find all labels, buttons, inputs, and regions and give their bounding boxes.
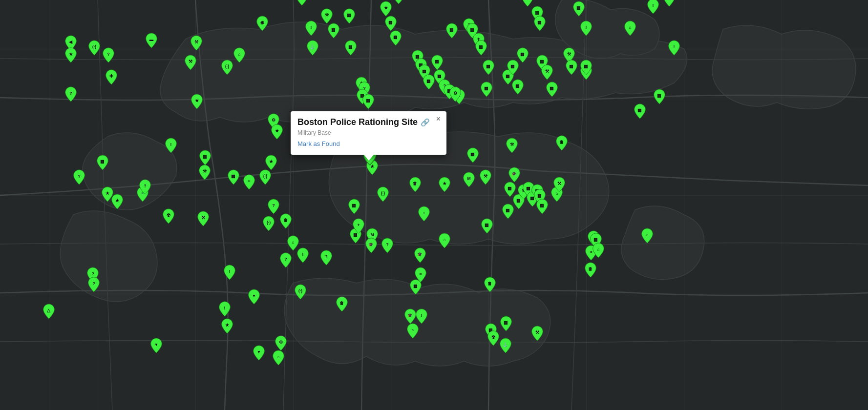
map-marker[interactable]: ⌂ bbox=[417, 205, 431, 222]
map-marker[interactable]: ? bbox=[102, 47, 115, 63]
map-marker[interactable]: ! bbox=[296, 247, 310, 264]
map-marker[interactable]: ▼ bbox=[252, 345, 266, 361]
map-marker[interactable]: ▦ bbox=[327, 22, 340, 39]
map-marker[interactable]: ▦ bbox=[579, 59, 593, 76]
map-marker[interactable]: ? bbox=[381, 237, 394, 254]
map-marker[interactable]: ⚒ bbox=[505, 137, 519, 154]
map-marker[interactable]: ⌂ bbox=[623, 20, 637, 37]
map-marker[interactable]: ⚒ bbox=[552, 176, 566, 193]
map-marker[interactable]: ▼ bbox=[247, 288, 261, 305]
map-marker[interactable]: ☢ bbox=[162, 208, 175, 225]
map-marker[interactable]: ! bbox=[164, 137, 178, 154]
map-container[interactable]: (·) ? ▬ ⚒ ◀ ★ ✚ ? ⚒ ⌂ ◉ (·) ★ ⚙ bbox=[0, 0, 868, 410]
map-marker[interactable]: + bbox=[352, 218, 365, 234]
map-marker[interactable]: ⚒ bbox=[198, 164, 212, 181]
map-marker[interactable]: ⚓ bbox=[499, 337, 512, 354]
map-marker[interactable]: ◉ bbox=[255, 15, 269, 32]
map-marker[interactable]: ▦ bbox=[344, 40, 358, 56]
map-marker[interactable]: △ bbox=[42, 303, 56, 320]
map-marker[interactable]: ★ bbox=[379, 0, 393, 17]
map-marker[interactable]: ▦ bbox=[533, 15, 547, 32]
map-marker[interactable]: ⌂ bbox=[592, 242, 605, 259]
map-marker[interactable]: ⌂ bbox=[640, 227, 654, 244]
map-marker[interactable]: ⌂ bbox=[272, 349, 285, 366]
map-marker[interactable]: ⌂ bbox=[438, 232, 451, 249]
map-marker[interactable]: 🗑 bbox=[408, 176, 422, 193]
map-marker[interactable]: 🎓 bbox=[413, 247, 427, 264]
map-marker[interactable]: 🗑 bbox=[483, 276, 497, 293]
map-marker[interactable]: (·) bbox=[262, 215, 275, 232]
map-marker[interactable]: ✚ bbox=[295, 0, 309, 6]
map-marker[interactable]: ⚙ bbox=[448, 86, 462, 102]
map-marker[interactable]: ! bbox=[218, 301, 232, 317]
map-marker[interactable]: ⚒ bbox=[530, 325, 544, 342]
map-marker[interactable]: ? bbox=[64, 86, 78, 102]
map-marker[interactable]: ⚒ bbox=[320, 8, 334, 24]
map-marker[interactable]: ▦ bbox=[482, 59, 495, 76]
map-marker[interactable]: ▦ bbox=[480, 218, 494, 234]
map-marker[interactable]: ! bbox=[646, 0, 660, 15]
map-marker[interactable]: ☢ bbox=[487, 330, 500, 347]
map-marker[interactable]: M bbox=[462, 171, 476, 188]
map-marker[interactable]: ▦ bbox=[392, 0, 405, 5]
map-marker[interactable]: (·) bbox=[376, 186, 390, 203]
map-marker[interactable]: ★ bbox=[264, 154, 278, 171]
map-marker[interactable]: ★ bbox=[64, 47, 78, 63]
map-marker[interactable]: ⚒ bbox=[540, 64, 554, 81]
map-marker[interactable]: ⚒ bbox=[190, 35, 203, 51]
map-marker[interactable]: ? bbox=[72, 169, 86, 185]
map-marker[interactable]: ▦ bbox=[389, 30, 402, 46]
map-marker[interactable]: ▦ bbox=[545, 81, 559, 98]
map-marker[interactable]: ▦ bbox=[516, 47, 529, 63]
map-marker[interactable]: ▼ bbox=[149, 337, 163, 354]
map-marker[interactable]: ? bbox=[319, 249, 333, 266]
map-marker[interactable]: ★ bbox=[190, 93, 204, 110]
map-marker[interactable]: 🎓 bbox=[508, 166, 521, 183]
map-marker[interactable]: ★ bbox=[662, 0, 676, 7]
map-marker[interactable]: ≈ bbox=[242, 174, 256, 190]
map-marker[interactable]: ⚒ bbox=[479, 169, 492, 185]
map-marker[interactable]: ▦ bbox=[227, 169, 240, 185]
map-marker[interactable]: ? bbox=[138, 179, 152, 195]
map-marker[interactable]: ▦ bbox=[384, 15, 398, 32]
map-marker[interactable]: ⚒ bbox=[184, 54, 197, 71]
map-marker[interactable]: ★ bbox=[220, 318, 234, 334]
map-marker[interactable]: ▦ bbox=[499, 315, 513, 332]
map-marker[interactable]: ! bbox=[223, 264, 236, 281]
map-marker[interactable]: ⚙ bbox=[274, 335, 288, 351]
map-marker[interactable]: ✚ bbox=[105, 69, 118, 85]
map-marker[interactable]: ~ bbox=[406, 323, 420, 339]
map-marker[interactable]: ▦ bbox=[633, 103, 647, 120]
map-marker[interactable]: ▦ bbox=[96, 154, 109, 171]
map-marker[interactable]: ▦ bbox=[480, 81, 493, 98]
mark-as-found-link[interactable]: Mark as Found bbox=[297, 140, 340, 147]
map-marker[interactable]: ▦ bbox=[535, 198, 549, 215]
map-marker[interactable]: ? bbox=[87, 276, 101, 293]
map-marker[interactable]: (·) bbox=[87, 40, 101, 56]
map-marker[interactable]: ⚓ bbox=[306, 40, 319, 56]
map-marker[interactable]: ★ bbox=[270, 123, 284, 140]
map-marker[interactable]: ▦ bbox=[361, 93, 375, 110]
map-marker[interactable]: ★ bbox=[438, 176, 451, 193]
map-marker[interactable]: 🎓 bbox=[364, 237, 378, 254]
map-marker[interactable]: 🗑 bbox=[555, 135, 569, 151]
map-marker[interactable]: ▦ bbox=[565, 59, 578, 76]
map-marker[interactable]: ▦ bbox=[198, 149, 212, 166]
map-marker[interactable]: (·) bbox=[294, 284, 307, 300]
map-marker[interactable]: ▬ bbox=[145, 32, 158, 49]
map-marker[interactable]: ⌂ bbox=[233, 47, 246, 63]
map-marker[interactable]: ▦ bbox=[466, 147, 480, 164]
map-marker[interactable]: (·) bbox=[258, 169, 272, 185]
map-marker[interactable]: ▦ bbox=[342, 8, 356, 24]
map-marker[interactable]: ? bbox=[267, 198, 280, 215]
map-marker[interactable]: ≈ bbox=[414, 266, 427, 283]
map-marker[interactable]: ⚒ bbox=[196, 210, 210, 227]
map-marker[interactable]: ▦ bbox=[430, 54, 444, 71]
map-marker[interactable]: ▦ bbox=[445, 22, 459, 39]
map-marker[interactable]: (·) bbox=[220, 59, 234, 76]
map-marker[interactable]: ! bbox=[304, 20, 318, 37]
map-marker[interactable]: ▦ bbox=[347, 198, 361, 215]
popup-close-button[interactable]: × bbox=[434, 114, 443, 124]
map-marker[interactable]: 🎓 bbox=[403, 308, 417, 325]
map-marker[interactable]: ▦ bbox=[653, 88, 666, 105]
